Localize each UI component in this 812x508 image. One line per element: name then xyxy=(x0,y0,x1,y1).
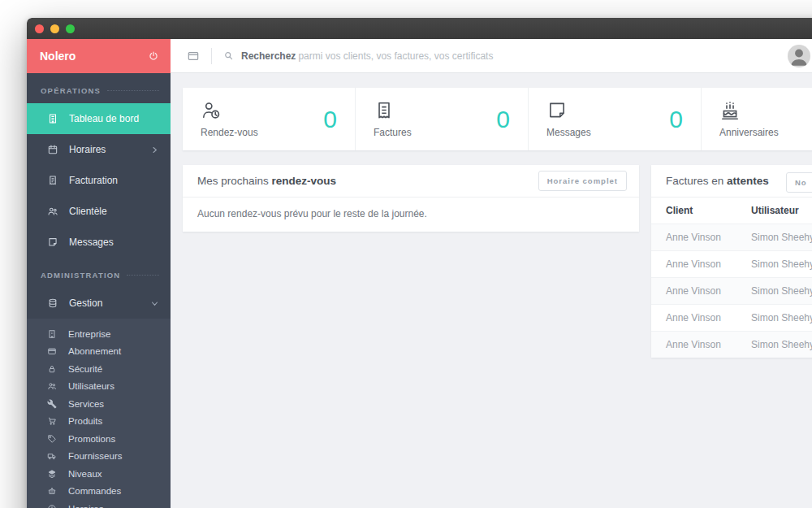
stat-label: Factures xyxy=(374,127,412,138)
people-icon xyxy=(47,381,57,391)
sidebar-item-tableau-de-bord[interactable]: Tableau de bord xyxy=(27,103,171,134)
appointments-empty-message: Aucun rendez-vous prévu pour le reste de… xyxy=(183,198,639,232)
brand-name: Nolero xyxy=(40,50,76,63)
table-row[interactable]: Anne Vinson Simon Sheehy xyxy=(651,278,812,305)
stat-card-messages[interactable]: Messages 0 xyxy=(529,88,702,150)
cell-user: Simon Sheehy xyxy=(751,224,812,251)
zoom-button[interactable] xyxy=(66,24,75,33)
cell-client: Anne Vinson xyxy=(651,305,751,332)
submenu-item-label: Horaires xyxy=(68,504,103,508)
sidebar-item-label: Messages xyxy=(69,237,114,248)
submenu-item-label: Utilisateurs xyxy=(68,381,114,391)
basket-icon xyxy=(47,486,57,496)
note-icon xyxy=(546,100,568,121)
appointments-panel-title: Mes prochains rendez-vous xyxy=(197,175,336,187)
building-icon xyxy=(47,113,58,124)
gestion-submenu: Entreprise Abonnement Sécurité xyxy=(27,319,171,508)
submenu-item-commandes[interactable]: Commandes xyxy=(27,483,171,501)
cell-client: Anne Vinson xyxy=(651,332,751,358)
sidebar-item-label: Gestion xyxy=(69,297,102,309)
search-icon xyxy=(223,50,234,61)
submenu-item-label: Produits xyxy=(68,416,102,426)
sidebar-item-label: Clientèle xyxy=(69,206,107,217)
appointments-panel: Mes prochains rendez-vous Horaire comple… xyxy=(183,165,639,232)
table-row[interactable]: Anne Vinson Simon Sheehy xyxy=(651,224,812,251)
stat-label: Rendez-vous xyxy=(201,127,258,138)
window-icon[interactable] xyxy=(187,50,200,63)
submenu-item-label: Services xyxy=(68,399,104,409)
cell-user: Simon Sheehy xyxy=(751,305,812,332)
cart-icon xyxy=(47,416,57,426)
invoices-panel-title: Factures en attentes xyxy=(666,175,769,187)
pending-invoices-table: Client Utilisateur Anne Vinson Simon She… xyxy=(651,198,812,358)
column-header-utilisateur: Utilisateur xyxy=(751,198,812,224)
search-placeholder: Recherchezparmi vos clients, vos facture… xyxy=(241,50,493,62)
minimize-button[interactable] xyxy=(50,24,59,33)
sidebar-item-label: Facturation xyxy=(69,175,118,186)
tools-icon xyxy=(47,399,57,409)
person-clock-icon xyxy=(201,100,222,121)
tag-icon xyxy=(47,434,57,444)
table-row[interactable]: Anne Vinson Simon Sheehy xyxy=(651,251,812,278)
user-avatar[interactable] xyxy=(788,45,810,67)
section-label-operations: OPÉRATIONS xyxy=(27,73,171,103)
submenu-item-securite[interactable]: Sécurité xyxy=(27,360,171,378)
sidebar-item-label: Tableau de bord xyxy=(69,113,139,124)
stat-card-anniversaires[interactable]: Anniversaires xyxy=(702,88,812,150)
chevron-down-icon xyxy=(151,300,158,307)
table-row[interactable]: Anne Vinson Simon Sheehy xyxy=(651,305,812,332)
submenu-item-promotions[interactable]: Promotions xyxy=(27,430,171,448)
submenu-item-horaires[interactable]: Horaires xyxy=(27,500,171,508)
submenu-item-entreprise[interactable]: Entreprise xyxy=(27,325,171,343)
close-button[interactable] xyxy=(35,24,44,33)
note-icon xyxy=(47,237,58,248)
submenu-item-fournisseurs[interactable]: Fournisseurs xyxy=(27,448,171,466)
dotted-divider xyxy=(107,90,159,91)
brand-header: Nolero xyxy=(27,39,171,73)
sidebar-item-facturation[interactable]: Facturation xyxy=(27,165,171,196)
submenu-item-label: Entreprise xyxy=(68,329,110,339)
app-window: Nolero OPÉRATIONS Tableau de bord xyxy=(27,18,812,508)
submenu-item-label: Fournisseurs xyxy=(68,451,122,461)
dotted-divider xyxy=(127,275,159,276)
submenu-item-label: Sécurité xyxy=(68,364,102,374)
stats-bar: Rendez-vous 0 Factures 0 xyxy=(183,88,812,150)
stat-label: Messages xyxy=(546,127,591,138)
receipt-icon xyxy=(374,100,395,121)
chevron-right-icon xyxy=(151,146,158,154)
submenu-item-label: Niveaux xyxy=(68,469,102,479)
sidebar-item-label: Horaires xyxy=(69,144,106,155)
submenu-item-label: Promotions xyxy=(68,434,115,444)
calendar-icon xyxy=(47,144,58,155)
topbar: Recherchezparmi vos clients, vos facture… xyxy=(171,39,812,73)
submenu-item-services[interactable]: Services xyxy=(27,395,171,413)
clock-icon xyxy=(47,504,57,508)
sidebar-item-gestion[interactable]: Gestion xyxy=(27,288,171,319)
full-schedule-button[interactable]: Horaire complet xyxy=(538,171,627,191)
stat-value: 0 xyxy=(496,107,510,132)
submenu-item-produits[interactable]: Produits xyxy=(27,413,171,431)
power-icon[interactable] xyxy=(148,50,159,62)
sidebar-item-messages[interactable]: Messages xyxy=(27,227,171,258)
sidebar-item-horaires[interactable]: Horaires xyxy=(27,134,171,165)
receipt-icon xyxy=(47,175,58,186)
stat-card-rendez-vous[interactable]: Rendez-vous 0 xyxy=(183,88,356,150)
desktop: Nolero OPÉRATIONS Tableau de bord xyxy=(0,0,812,508)
dashboard-content: Rendez-vous 0 Factures 0 xyxy=(171,73,812,508)
stat-value: 0 xyxy=(669,107,683,132)
lock-icon xyxy=(47,364,57,374)
search-input[interactable]: Recherchezparmi vos clients, vos facture… xyxy=(223,50,493,62)
submenu-item-utilisateurs[interactable]: Utilisateurs xyxy=(27,378,171,396)
submenu-item-niveaux[interactable]: Niveaux xyxy=(27,465,171,483)
cell-client: Anne Vinson xyxy=(651,251,751,278)
topbar-divider xyxy=(211,48,212,64)
stat-label: Anniversaires xyxy=(719,127,779,138)
new-invoice-button[interactable]: No xyxy=(786,172,812,193)
submenu-item-abonnement[interactable]: Abonnement xyxy=(27,343,171,361)
window-titlebar xyxy=(27,18,812,39)
sidebar-item-clientele[interactable]: Clientèle xyxy=(27,196,171,227)
layers-icon xyxy=(47,469,57,479)
truck-icon xyxy=(47,451,57,461)
table-row[interactable]: Anne Vinson Simon Sheehy xyxy=(651,332,812,358)
stat-card-factures[interactable]: Factures 0 xyxy=(356,88,529,150)
